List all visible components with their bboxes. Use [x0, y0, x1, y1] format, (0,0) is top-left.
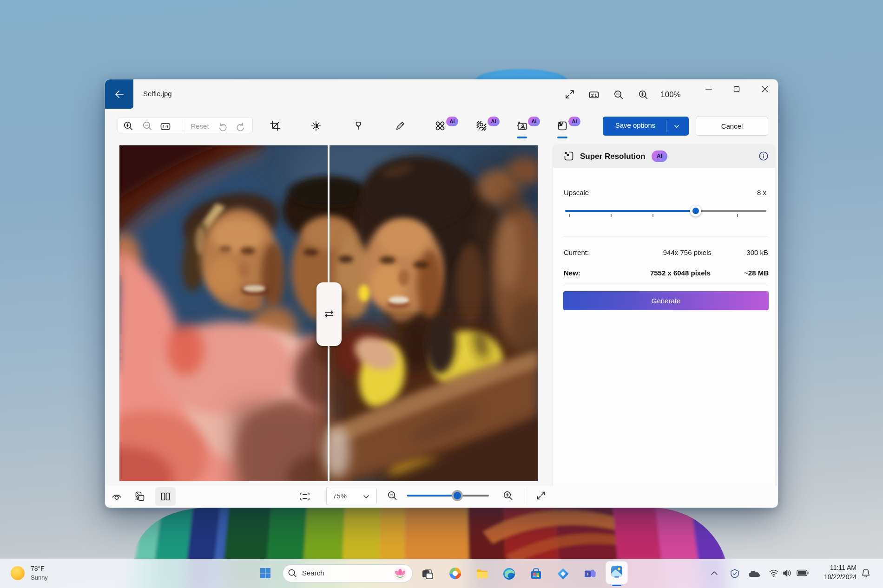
svg-text:1:1: 1:1 [591, 93, 597, 98]
svg-text:T: T [586, 571, 589, 576]
svg-text:1:1: 1:1 [163, 124, 169, 129]
